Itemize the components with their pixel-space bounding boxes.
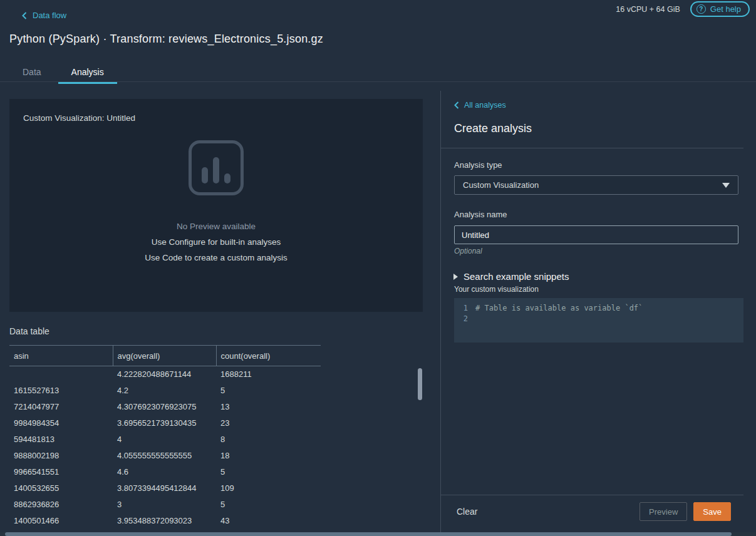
table-row: 14005014663.95348837209302343 bbox=[9, 513, 321, 529]
column-header: asin bbox=[9, 346, 113, 366]
code-line: 2 bbox=[454, 314, 743, 324]
table-cell: 4.6 bbox=[113, 464, 216, 480]
analysis-name-label: Analysis name bbox=[454, 210, 507, 219]
get-help-button[interactable]: ? Get help bbox=[690, 1, 750, 17]
footer-buttons: Preview Save bbox=[639, 502, 731, 521]
chart-bar bbox=[213, 157, 219, 183]
data-table-header-row: asinavg(overall)count(overall) bbox=[9, 346, 321, 366]
column-header: count(overall) bbox=[216, 346, 321, 366]
table-cell: 594481813 bbox=[9, 431, 113, 448]
column-header: avg(overall) bbox=[113, 346, 216, 366]
table-cell: 9888002198 bbox=[9, 448, 113, 464]
caret-right-icon bbox=[453, 274, 458, 280]
table-cell: 1688211 bbox=[216, 366, 321, 383]
panel-footer-divider bbox=[441, 495, 743, 495]
data-table: asinavg(overall)count(overall) 4.2228204… bbox=[9, 345, 321, 529]
table-cell: 4.3076923076923075 bbox=[113, 399, 216, 415]
tab-bar: Data Analysis bbox=[9, 61, 117, 84]
table-cell: 8862936826 bbox=[9, 497, 113, 513]
horizontal-scrollbar-track[interactable] bbox=[0, 532, 756, 536]
table-cell: 3.953488372093023 bbox=[113, 513, 216, 529]
table-cell: 1615527613 bbox=[9, 383, 113, 399]
line-number: 2 bbox=[454, 314, 475, 324]
page-title: Python (PySpark) · Transform: reviews_El… bbox=[9, 33, 323, 46]
table-row: 72140479774.307692307692307513 bbox=[9, 399, 321, 415]
table-row: 4.2228204886711441688211 bbox=[9, 366, 321, 383]
code-text: # Table is available as variable `df` bbox=[475, 303, 643, 314]
no-preview-text: No Preview available bbox=[9, 222, 423, 231]
tabs-divider bbox=[0, 81, 756, 82]
snippets-label: Search example snippets bbox=[463, 271, 569, 282]
tab-analysis[interactable]: Analysis bbox=[58, 61, 117, 84]
table-row: 16155276134.25 bbox=[9, 383, 321, 399]
chevron-left-icon bbox=[22, 12, 27, 19]
all-analyses-label: All analyses bbox=[464, 101, 506, 110]
line-number: 1 bbox=[454, 303, 475, 314]
table-cell: 23 bbox=[216, 415, 321, 431]
get-help-label: Get help bbox=[710, 4, 741, 14]
table-cell: 18 bbox=[216, 448, 321, 464]
table-row: 98880021984.05555555555555518 bbox=[9, 448, 321, 464]
chart-bar bbox=[224, 173, 230, 183]
data-table-title: Data table bbox=[9, 326, 49, 336]
table-cell: 13 bbox=[216, 399, 321, 415]
caret-down-icon bbox=[722, 183, 730, 188]
topbar-right: 16 vCPU + 64 GiB ? Get help bbox=[616, 1, 750, 17]
table-cell: 7214047977 bbox=[9, 399, 113, 415]
table-cell: 5 bbox=[216, 464, 321, 480]
analysis-type-select[interactable]: Custom Visualization bbox=[454, 175, 738, 195]
data-flow-label: Data flow bbox=[33, 11, 66, 20]
vertical-scrollbar-thumb[interactable] bbox=[418, 368, 422, 400]
preview-card-title: Custom Visualization: Untitled bbox=[23, 113, 135, 123]
table-cell: 109 bbox=[216, 480, 321, 497]
tab-data[interactable]: Data bbox=[9, 61, 54, 84]
app-root: Data flow 16 vCPU + 64 GiB ? Get help Py… bbox=[0, 0, 756, 536]
code-editor[interactable]: 1# Table is available as variable `df`2 bbox=[454, 298, 743, 343]
clear-button[interactable]: Clear bbox=[457, 507, 477, 517]
table-cell: 1400501466 bbox=[9, 513, 113, 529]
data-table-body: 4.222820488671144168821116155276134.2572… bbox=[9, 366, 321, 529]
table-row: 886293682635 bbox=[9, 497, 321, 513]
table-cell: 4 bbox=[113, 431, 216, 448]
chevron-left-icon bbox=[454, 101, 459, 109]
panel-divider bbox=[440, 91, 441, 536]
table-cell: 4.2 bbox=[113, 383, 216, 399]
table-cell: 5 bbox=[216, 497, 321, 513]
bar-chart-placeholder-icon bbox=[189, 140, 244, 195]
table-cell: 3.8073394495412844 bbox=[113, 480, 216, 497]
panel-title: Create analysis bbox=[454, 122, 532, 135]
table-row: 59448181348 bbox=[9, 431, 321, 448]
table-row: 14005326553.8073394495412844109 bbox=[9, 480, 321, 497]
analysis-name-hint: Optional bbox=[454, 247, 482, 255]
table-cell bbox=[9, 366, 113, 383]
table-cell: 3 bbox=[113, 497, 216, 513]
code-line: 1# Table is available as variable `df` bbox=[454, 303, 743, 314]
table-row: 99665415514.65 bbox=[9, 464, 321, 480]
table-row: 99849843543.695652173913043523 bbox=[9, 415, 321, 431]
configure-hint-text: Use Configure for built-in analyses bbox=[9, 237, 423, 247]
chart-bar bbox=[202, 167, 208, 183]
table-cell: 1400532655 bbox=[9, 480, 113, 497]
table-cell: 9966541551 bbox=[9, 464, 113, 480]
panel-header-divider bbox=[441, 148, 743, 148]
save-button[interactable]: Save bbox=[693, 502, 731, 521]
table-cell: 43 bbox=[216, 513, 321, 529]
table-cell: 5 bbox=[216, 383, 321, 399]
analysis-type-value: Custom Visualization bbox=[463, 180, 539, 190]
code-hint-text: Use Code to create a custom analysis bbox=[9, 253, 423, 262]
analysis-type-label: Analysis type bbox=[454, 160, 502, 170]
all-analyses-link[interactable]: All analyses bbox=[454, 101, 506, 110]
horizontal-scrollbar-thumb[interactable] bbox=[5, 532, 732, 536]
snippets-expander[interactable]: Search example snippets bbox=[453, 271, 569, 282]
data-flow-back-link[interactable]: Data flow bbox=[22, 11, 66, 20]
preview-button[interactable]: Preview bbox=[639, 502, 687, 521]
resources-label: 16 vCPU + 64 GiB bbox=[616, 5, 680, 14]
preview-card: Custom Visualization: Untitled No Previe… bbox=[9, 99, 423, 312]
table-cell: 3.6956521739130435 bbox=[113, 415, 216, 431]
table-cell: 4.055555555555555 bbox=[113, 448, 216, 464]
help-icon: ? bbox=[696, 4, 706, 14]
custom-visualization-label: Your custom visualization bbox=[454, 285, 539, 294]
analysis-name-input[interactable] bbox=[454, 225, 738, 244]
table-cell: 4.222820488671144 bbox=[113, 366, 216, 383]
table-cell: 8 bbox=[216, 431, 321, 448]
